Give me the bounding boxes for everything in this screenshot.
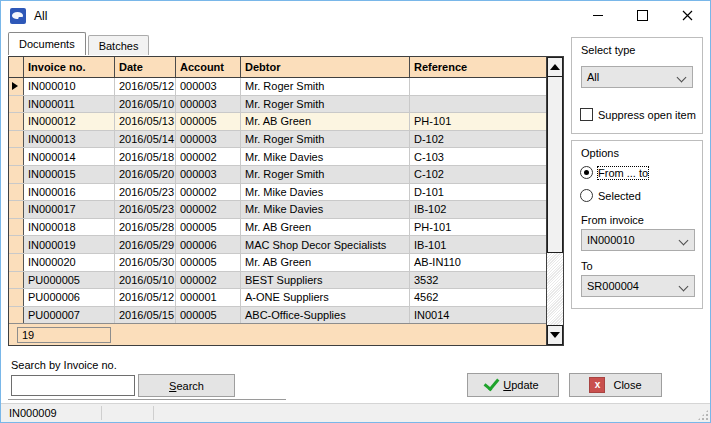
cell-account[interactable]: 000002 (176, 272, 241, 289)
radio-selected[interactable]: Selected (580, 189, 641, 202)
cell-date[interactable]: 2016/05/23 (115, 201, 176, 218)
table-row[interactable]: IN0000202016/05/30000005Mr. AB GreenAB-I… (9, 254, 546, 272)
cell-account[interactable]: 000005 (176, 219, 241, 236)
grid-header-account[interactable]: Account (176, 57, 241, 77)
cell-debtor[interactable]: Mr. Roger Smith (241, 166, 410, 183)
cell-debtor[interactable]: ABC-Office-Supplies (241, 307, 410, 323)
table-row[interactable]: IN0000112016/05/10000003Mr. Roger Smith (9, 96, 546, 114)
cell-invoice[interactable]: IN000012 (24, 113, 115, 130)
cell-account[interactable]: 000005 (176, 307, 241, 323)
cell-date[interactable]: 2016/05/30 (115, 254, 176, 271)
cell-reference[interactable] (410, 96, 546, 113)
table-row[interactable]: IN0000132016/05/14000003Mr. Roger SmithD… (9, 131, 546, 149)
cell-date[interactable]: 2016/05/13 (115, 113, 176, 130)
cell-date[interactable]: 2016/05/28 (115, 219, 176, 236)
row-indicator[interactable] (9, 254, 24, 271)
cell-invoice[interactable]: PU000005 (24, 272, 115, 289)
table-row[interactable]: IN0000162016/05/23000002Mr. Mike DaviesD… (9, 184, 546, 202)
cell-reference[interactable]: C-102 (410, 166, 546, 183)
cell-reference[interactable]: PH-101 (410, 113, 546, 130)
cell-reference[interactable] (410, 78, 546, 95)
row-indicator[interactable] (9, 96, 24, 113)
radio-from-to-circle[interactable] (580, 166, 593, 179)
from-invoice-dropdown[interactable]: IN000010 (581, 229, 695, 251)
scroll-down-button[interactable] (547, 325, 563, 345)
cell-date[interactable]: 2016/05/29 (115, 236, 176, 253)
row-indicator[interactable] (9, 272, 24, 289)
cell-reference[interactable]: IN0014 (410, 307, 546, 323)
table-row[interactable]: IN0000142016/05/18000002Mr. Mike DaviesC… (9, 148, 546, 166)
close-button[interactable]: x Close (569, 373, 662, 397)
grid-header-invoice[interactable]: Invoice no. (24, 57, 115, 77)
cell-invoice[interactable]: IN000010 (24, 78, 115, 95)
cell-debtor[interactable]: Mr. Roger Smith (241, 131, 410, 148)
close-window-button[interactable] (665, 1, 710, 30)
current-row-indicator[interactable] (9, 78, 24, 95)
suppress-open-item-row[interactable]: Suppress open item (580, 108, 696, 121)
cell-date[interactable]: 2016/05/12 (115, 78, 176, 95)
scroll-up-button[interactable] (547, 57, 563, 77)
search-button[interactable]: Search (138, 374, 235, 397)
maximize-button[interactable] (620, 1, 665, 30)
row-indicator[interactable] (9, 113, 24, 130)
cell-account[interactable]: 000002 (176, 148, 241, 165)
cell-account[interactable]: 000002 (176, 201, 241, 218)
grid-header-debtor[interactable]: Debtor (241, 57, 410, 77)
cell-debtor[interactable]: Mr. Mike Davies (241, 148, 410, 165)
cell-reference[interactable]: IB-101 (410, 236, 546, 253)
cell-account[interactable]: 000003 (176, 131, 241, 148)
cell-invoice[interactable]: IN000015 (24, 166, 115, 183)
cell-invoice[interactable]: IN000013 (24, 131, 115, 148)
cell-debtor[interactable]: MAC Shop Decor Specialists (241, 236, 410, 253)
table-row[interactable]: PU0000072016/05/15000005ABC-Office-Suppl… (9, 307, 546, 323)
search-input[interactable] (11, 375, 135, 396)
table-row[interactable]: IN0000152016/05/20000003Mr. Roger SmithC… (9, 166, 546, 184)
row-indicator[interactable] (9, 236, 24, 253)
cell-debtor[interactable]: Mr. Roger Smith (241, 78, 410, 95)
row-indicator[interactable] (9, 307, 24, 323)
cell-invoice[interactable]: PU000006 (24, 289, 115, 306)
cell-debtor[interactable]: Mr. AB Green (241, 254, 410, 271)
suppress-open-item-checkbox[interactable] (580, 108, 593, 121)
cell-date[interactable]: 2016/05/10 (115, 272, 176, 289)
cell-invoice[interactable]: IN000018 (24, 219, 115, 236)
cell-invoice[interactable]: IN000020 (24, 254, 115, 271)
scrollbar-thumb[interactable] (547, 77, 563, 253)
cell-debtor[interactable]: Mr. AB Green (241, 219, 410, 236)
cell-account[interactable]: 000006 (176, 236, 241, 253)
cell-debtor[interactable]: A-ONE Suppliers (241, 289, 410, 306)
cell-account[interactable]: 000005 (176, 113, 241, 130)
row-indicator[interactable] (9, 219, 24, 236)
resize-grip-icon[interactable] (698, 410, 708, 420)
cell-debtor[interactable]: Mr. Mike Davies (241, 201, 410, 218)
cell-date[interactable]: 2016/05/18 (115, 148, 176, 165)
cell-reference[interactable]: AB-IN110 (410, 254, 546, 271)
cell-reference[interactable]: PH-101 (410, 219, 546, 236)
cell-date[interactable]: 2016/05/15 (115, 307, 176, 323)
cell-debtor[interactable]: BEST Suppliers (241, 272, 410, 289)
tab-batches[interactable]: Batches (88, 35, 150, 55)
cell-reference[interactable]: IB-102 (410, 201, 546, 218)
row-indicator[interactable] (9, 289, 24, 306)
cell-account[interactable]: 000001 (176, 289, 241, 306)
cell-reference[interactable]: D-101 (410, 184, 546, 201)
minimize-button[interactable] (575, 1, 620, 30)
cell-debtor[interactable]: Mr. AB Green (241, 113, 410, 130)
cell-date[interactable]: 2016/05/10 (115, 96, 176, 113)
select-type-dropdown[interactable]: All (581, 66, 693, 88)
cell-reference[interactable]: C-103 (410, 148, 546, 165)
radio-selected-circle[interactable] (580, 189, 593, 202)
cell-debtor[interactable]: Mr. Roger Smith (241, 96, 410, 113)
cell-invoice[interactable]: PU000007 (24, 307, 115, 323)
cell-date[interactable]: 2016/05/20 (115, 166, 176, 183)
cell-invoice[interactable]: IN000016 (24, 184, 115, 201)
cell-reference[interactable]: 3532 (410, 272, 546, 289)
table-row[interactable]: PU0000062016/05/12000001A-ONE Suppliers4… (9, 289, 546, 307)
grid-header-date[interactable]: Date (115, 57, 176, 77)
cell-account[interactable]: 000003 (176, 78, 241, 95)
cell-debtor[interactable]: Mr. Mike Davies (241, 184, 410, 201)
update-button[interactable]: Update (467, 373, 559, 397)
cell-reference[interactable]: 4562 (410, 289, 546, 306)
row-indicator[interactable] (9, 148, 24, 165)
tab-documents[interactable]: Documents (8, 32, 86, 55)
